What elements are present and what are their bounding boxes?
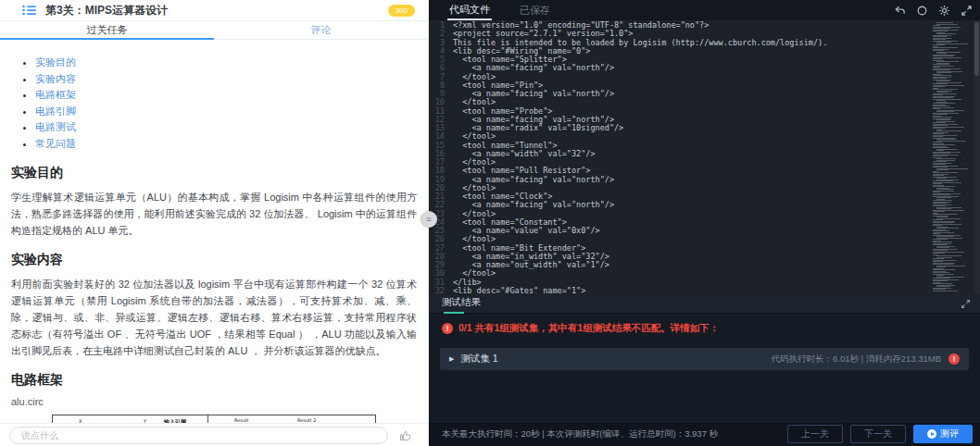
toc-item: 常见问题 bbox=[35, 136, 417, 153]
test-set-label: 测试集 1 bbox=[460, 353, 497, 365]
task-tabs: 过关任务 评论 bbox=[0, 21, 428, 40]
code-line: 32<lib desc="#Gates" name="1"> bbox=[429, 287, 928, 294]
purpose-paragraph: 学生理解算术逻辑运算单元（ALU）的基本构成，掌握 Logisim 中各种运算组… bbox=[11, 189, 417, 239]
editor-topbar: 代码文件 已保存 bbox=[429, 0, 980, 20]
toc-link[interactable]: 实验目的 bbox=[35, 56, 76, 68]
test-set-stats: 代码执行时长：6.01秒 | 消耗内存213.31MB bbox=[771, 353, 941, 365]
test-results-panel: 测试结果 ! 0/1 共有1组测试集，其中有1组测试结果不匹配。详情如下： ▶ … bbox=[429, 294, 980, 421]
next-level-button[interactable]: 下一关 bbox=[850, 425, 906, 443]
task-header: 第3关：MIPS运算器设计 300 bbox=[0, 0, 428, 21]
reset-icon[interactable] bbox=[916, 5, 928, 17]
evaluation-bar: 本关最大执行时间：20秒 | 本次评测耗时(编译、运行总时间)：3.937 秒 … bbox=[429, 421, 980, 446]
panel-resize-handle[interactable]: ≡ bbox=[421, 211, 437, 228]
play-icon bbox=[927, 429, 936, 439]
code-line: 29 <a name="out_width" val="1"/> bbox=[429, 261, 928, 269]
toc-item: 实验内容 bbox=[35, 71, 417, 88]
tab-task[interactable]: 过关任务 bbox=[0, 21, 214, 39]
code-line: 6 <a name="facing" val="north"/> bbox=[429, 64, 928, 72]
test-results-header: 测试结果 bbox=[429, 294, 980, 314]
content-paragraph: 利用前面实验封装好的 32 位加法器以及 logisim 平台中现有运算部件构建… bbox=[11, 276, 417, 359]
section-heading-frame: 电路框架 bbox=[11, 372, 417, 389]
code-line: 19 <a name="facing" val="north"/> bbox=[429, 176, 928, 184]
prev-level-button[interactable]: 上一关 bbox=[787, 425, 843, 443]
code-panel: 代码文件 已保存 1<?xml version="1.0" encoding="… bbox=[429, 0, 980, 446]
task-content: 实验目的实验内容电路框架电路引脚电路测试常见问题 实验目的 学生理解算术逻辑运算… bbox=[0, 40, 428, 423]
toc-item: 电路测试 bbox=[35, 119, 417, 136]
section-heading-purpose: 实验目的 bbox=[11, 165, 417, 181]
code-line: 22 <a name="facing" val="north"/> bbox=[429, 201, 928, 209]
toc-link[interactable]: 电路测试 bbox=[35, 121, 76, 132]
tab-comments[interactable]: 评论 bbox=[214, 21, 428, 39]
circuit-file-name: alu.circ bbox=[11, 396, 417, 407]
toc-item: 电路框架 bbox=[35, 87, 417, 104]
code-line: 25 <a name="value" val="0x0"/> bbox=[429, 227, 928, 235]
score-badge: 300 bbox=[388, 5, 415, 17]
toc-link[interactable]: 实验内容 bbox=[35, 73, 76, 84]
test-error-line: ! 0/1 共有1组测试集，其中有1组测试结果不匹配。详情如下： bbox=[429, 314, 980, 341]
app-window: 第3关：MIPS运算器设计 300 过关任务 评论 实验目的实验内容电路框架电路… bbox=[0, 0, 980, 446]
code-line: 13 <a name="radix" val="10signed"/> bbox=[429, 124, 928, 132]
caret-right-icon[interactable]: ▶ bbox=[449, 355, 454, 363]
evaluate-button-label: 测评 bbox=[940, 426, 959, 442]
evaluate-button[interactable]: 测评 bbox=[913, 425, 973, 443]
test-set-row[interactable]: ▶ 测试集 1 代码执行时长：6.01秒 | 消耗内存213.31MB ! bbox=[440, 348, 969, 370]
circuit-input-region: X Y 输入引脚 0000000000000000000000000000000… bbox=[53, 415, 208, 423]
code-line: 9 <a name="facing" val="north"/> bbox=[429, 90, 928, 98]
comment-bar: 说点什么 bbox=[0, 423, 428, 446]
error-icon: ! bbox=[442, 323, 453, 334]
toc-link[interactable]: 常见问题 bbox=[35, 138, 76, 149]
tab-code-file[interactable]: 代码文件 bbox=[447, 1, 492, 19]
minimap[interactable] bbox=[931, 22, 972, 292]
settings-gear-icon[interactable] bbox=[938, 5, 950, 17]
circuit-output-region: Result Result 2 xxxxxxxxxxxxxxxxxxxxxxxx… bbox=[208, 415, 375, 423]
undo-icon[interactable] bbox=[894, 5, 906, 17]
fullscreen-icon[interactable] bbox=[961, 5, 973, 17]
toc-item: 实验目的 bbox=[35, 55, 417, 71]
menu-icon[interactable] bbox=[22, 5, 36, 16]
code-line: 30 </tool> bbox=[429, 269, 928, 278]
toc-list: 实验目的实验内容电路框架电路引脚电路测试常见问题 bbox=[35, 55, 417, 152]
expand-results-icon[interactable] bbox=[961, 299, 971, 309]
test-results-title: 测试结果 bbox=[442, 296, 481, 311]
thumbs-up-icon[interactable] bbox=[399, 429, 411, 441]
execution-info: 本关最大执行时间：20秒 | 本次评测耗时(编译、运行总时间)：3.937 秒 bbox=[442, 428, 780, 440]
toc-link[interactable]: 电路框架 bbox=[35, 89, 76, 100]
comment-input[interactable]: 说点什么 bbox=[9, 427, 388, 444]
saved-status: 已保存 bbox=[520, 4, 550, 18]
task-panel: 第3关：MIPS运算器设计 300 过关任务 评论 实验目的实验内容电路框架电路… bbox=[0, 0, 429, 446]
code-line: 16 <a name="width" val="32"/> bbox=[429, 150, 928, 158]
code-editor[interactable]: 1<?xml version="1.0" encoding="UTF-8" st… bbox=[429, 20, 980, 294]
code-lines: 1<?xml version="1.0" encoding="UTF-8" st… bbox=[429, 21, 928, 294]
test-set-error-icon: ! bbox=[949, 353, 960, 365]
section-heading-content: 实验内容 bbox=[11, 252, 417, 268]
toc-item: 电路引脚 bbox=[35, 104, 417, 120]
circuit-diagram: X Y 输入引脚 0000000000000000000000000000000… bbox=[52, 415, 376, 423]
editor-scrollbar[interactable] bbox=[974, 20, 980, 294]
toc-link[interactable]: 电路引脚 bbox=[35, 105, 76, 117]
editor-scrollbar-thumb[interactable] bbox=[974, 22, 979, 76]
page-title: 第3关：MIPS运算器设计 bbox=[45, 3, 388, 19]
error-message: 0/1 共有1组测试集，其中有1组测试结果不匹配。详情如下： bbox=[459, 322, 719, 335]
